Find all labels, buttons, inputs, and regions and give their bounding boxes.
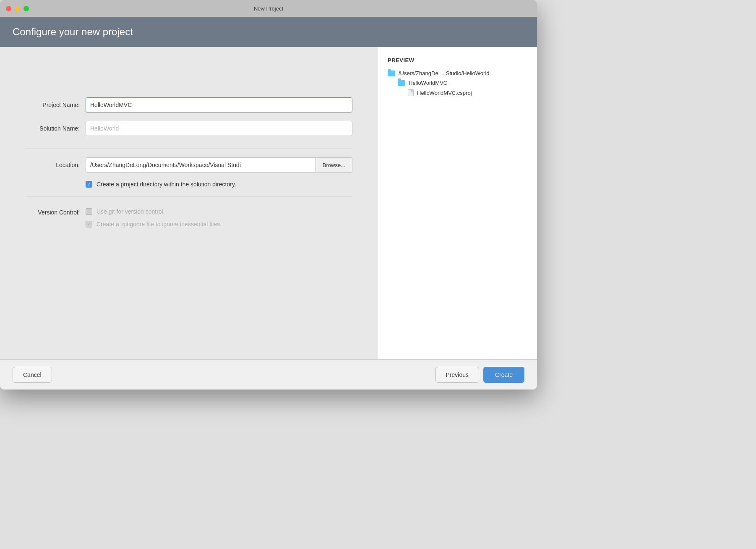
version-control-section: Version Control: Use git for version con… [0, 208, 378, 227]
solution-name-label: Solution Name: [25, 125, 80, 132]
minimize-button[interactable] [15, 6, 20, 11]
tree-label: /Users/ZhangDeL...Studio/HelloWorld [399, 70, 490, 76]
version-control-options: Use git for version control. ✓ Create a … [86, 208, 222, 227]
preview-panel: PREVIEW /Users/ZhangDeL...Studio/HelloWo… [378, 47, 537, 359]
footer-right: Previous Create [435, 367, 525, 383]
preview-title: PREVIEW [388, 57, 527, 63]
tree-item: HelloWorldMVC.csproj [388, 89, 527, 96]
use-git-row: Use git for version control. [86, 208, 222, 215]
project-name-input[interactable] [86, 97, 352, 112]
tree-label: HelloWorldMVC.csproj [417, 90, 472, 96]
location-row: Location: Browse... [25, 157, 352, 173]
project-name-label: Project Name: [25, 102, 80, 108]
project-name-row: Project Name: [25, 97, 352, 112]
create-gitignore-label: Create a .gitignore file to ignore iness… [96, 221, 222, 227]
check-icon: ✓ [87, 182, 91, 187]
location-input[interactable] [86, 157, 316, 173]
main-content: Project Name: Solution Name: Location: B… [0, 47, 537, 359]
solution-name-row: Solution Name: [25, 121, 352, 136]
page-title: Configure your new project [13, 26, 133, 37]
window-controls[interactable] [6, 6, 29, 11]
check-icon-disabled: ✓ [87, 222, 91, 227]
use-git-label: Use git for version control. [96, 208, 165, 215]
divider-2 [25, 196, 352, 196]
previous-button[interactable]: Previous [435, 367, 479, 383]
dialog-header: Configure your new project [0, 17, 537, 47]
dialog-footer: Cancel Previous Create [0, 359, 537, 390]
title-bar: New Project [0, 0, 537, 17]
use-git-checkbox[interactable] [86, 208, 92, 215]
divider-1 [25, 149, 352, 149]
create-dir-checkbox[interactable]: ✓ [86, 181, 92, 188]
location-section: Location: Browse... ✓ Create a project d… [0, 157, 378, 188]
create-button[interactable]: Create [483, 367, 524, 383]
location-label: Location: [25, 162, 80, 168]
tree-item: /Users/ZhangDeL...Studio/HelloWorld [388, 70, 527, 76]
close-button[interactable] [6, 6, 11, 11]
footer-left: Cancel [13, 367, 52, 383]
folder-icon [388, 71, 395, 76]
create-gitignore-checkbox[interactable]: ✓ [86, 221, 92, 227]
project-name-section: Project Name: Solution Name: [0, 64, 378, 144]
cancel-button[interactable]: Cancel [13, 367, 52, 383]
window-title: New Project [254, 5, 283, 12]
maximize-button[interactable] [23, 6, 29, 11]
tree-item: HelloWorldMVC [388, 80, 527, 86]
left-panel: Project Name: Solution Name: Location: B… [0, 47, 378, 359]
solution-name-input[interactable] [86, 121, 352, 136]
file-icon [408, 89, 414, 96]
create-gitignore-row: ✓ Create a .gitignore file to ignore ine… [86, 221, 222, 227]
version-control-row: Version Control: Use git for version con… [25, 208, 352, 227]
folder-icon [398, 80, 405, 86]
browse-button[interactable]: Browse... [316, 157, 352, 173]
version-control-label: Version Control: [25, 209, 80, 216]
create-dir-row: ✓ Create a project directory within the … [86, 181, 352, 188]
tree-label: HelloWorldMVC [409, 80, 447, 86]
location-input-group: Browse... [86, 157, 352, 173]
create-dir-label: Create a project directory within the so… [96, 181, 236, 188]
